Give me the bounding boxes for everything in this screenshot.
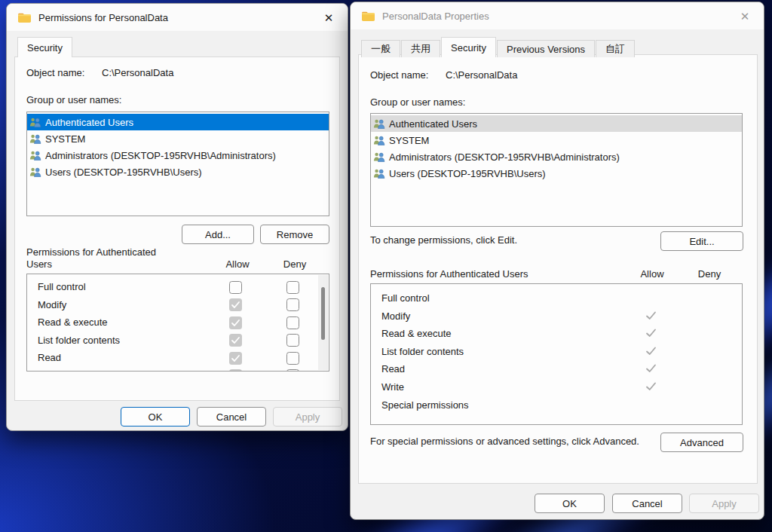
add-button[interactable]: Add...	[182, 225, 254, 244]
permission-name: Modify	[381, 310, 410, 322]
allow-cell	[634, 326, 667, 341]
deny-checkbox[interactable]	[286, 298, 299, 311]
remove-button[interactable]: Remove	[260, 225, 329, 244]
tab-一般[interactable]: 一般	[361, 40, 400, 57]
allow-checkbox[interactable]	[229, 281, 242, 294]
permission-name: Read	[38, 352, 61, 363]
group-list-item[interactable]: SYSTEM	[27, 130, 329, 147]
deny-checkbox[interactable]	[286, 352, 299, 365]
group-list-item[interactable]: Users (DESKTOP-195RVHB\Users)	[27, 164, 329, 180]
deny-cell	[276, 333, 309, 348]
group-list-item[interactable]: Authenticated Users	[371, 115, 742, 132]
group-list-item[interactable]: Authenticated Users	[27, 114, 329, 130]
allow-cell	[219, 298, 252, 313]
deny-checkbox[interactable]	[286, 281, 299, 294]
allow-column-header: Allow	[221, 258, 254, 270]
allow-checkbox	[229, 352, 242, 365]
object-name-value: C:\PersonalData	[446, 69, 517, 81]
deny-cell	[691, 344, 725, 359]
allow-checkbox	[229, 298, 242, 311]
allow-cell	[634, 398, 667, 413]
deny-checkbox[interactable]	[286, 334, 299, 347]
edit-button[interactable]: Edit...	[660, 231, 743, 251]
tab-previous-versions[interactable]: Previous Versions	[497, 40, 595, 57]
permission-row: List folder contents	[27, 332, 329, 350]
ok-button[interactable]: OK	[121, 407, 190, 427]
permission-row: Modify	[371, 307, 742, 326]
deny-cell	[691, 398, 725, 413]
deny-cell	[276, 368, 309, 371]
group-name: SYSTEM	[389, 135, 429, 146]
permission-name: Read & execute	[381, 328, 452, 339]
titlebar[interactable]: PersonalData Properties	[351, 2, 764, 29]
ok-button[interactable]: OK	[535, 494, 605, 513]
cancel-button[interactable]: Cancel	[197, 407, 266, 427]
permissions-for-label: Permissions for Authenticated Users	[26, 246, 173, 271]
object-name-row: Object name: C:\PersonalData	[26, 67, 329, 78]
scrollbar[interactable]	[318, 275, 328, 370]
checkmark-icon	[645, 326, 657, 341]
advanced-button[interactable]: Advanced	[660, 433, 743, 452]
tab-自訂[interactable]: 自訂	[596, 40, 635, 57]
permission-name: Full control	[381, 292, 430, 304]
allow-cell	[219, 350, 252, 365]
group-name: Administrators (DESKTOP-195RVHB\Administ…	[45, 150, 276, 161]
allow-cell	[634, 309, 667, 324]
permission-row: Modify	[27, 296, 329, 314]
permission-row: Read & execute	[27, 313, 329, 332]
group-users-icon	[29, 118, 41, 127]
permission-name: Special permissions	[381, 399, 469, 411]
deny-cell	[691, 380, 725, 395]
permissions-list: Full controlModifyRead & executeList fol…	[370, 283, 743, 425]
allow-cell	[634, 344, 667, 359]
tab-security[interactable]: Security	[17, 37, 72, 57]
allow-cell	[219, 333, 252, 348]
deny-cell	[276, 315, 309, 330]
tab-共用[interactable]: 共用	[401, 40, 440, 57]
group-list-label: Group or user names:	[26, 94, 121, 105]
deny-cell	[276, 298, 309, 313]
cancel-button[interactable]: Cancel	[612, 494, 682, 513]
group-list-item[interactable]: Users (DESKTOP-195RVHB\Users)	[371, 165, 742, 182]
group-name: Authenticated Users	[45, 117, 133, 128]
close-icon[interactable]: ✕	[320, 10, 338, 26]
group-list-label: Group or user names:	[370, 96, 465, 108]
group-name: Users (DESKTOP-195RVHB\Users)	[389, 168, 546, 179]
group-user-list: Authenticated UsersSYSTEMAdministrators …	[370, 113, 743, 227]
permissions-for-label: Permissions for Authenticated Users	[370, 268, 528, 280]
tab-security[interactable]: Security	[441, 37, 496, 57]
titlebar[interactable]: Permissions for PersonalData	[7, 4, 348, 31]
edit-hint: To change permissions, click Edit.	[370, 234, 517, 246]
checkmark-icon	[645, 309, 657, 324]
allow-cell	[634, 380, 667, 395]
folder-icon	[17, 12, 32, 23]
allow-checkbox	[229, 369, 242, 371]
permissions-dialog: Permissions for PersonalData ✕ Security …	[6, 3, 348, 431]
tab-strip: Security	[17, 37, 73, 57]
permission-row: Full control	[371, 289, 742, 307]
group-users-icon	[29, 167, 41, 177]
group-name: Users (DESKTOP-195RVHB\Users)	[45, 167, 202, 178]
scrollbar-thumb[interactable]	[321, 287, 325, 340]
group-name: Authenticated Users	[389, 118, 477, 130]
group-users-icon	[373, 169, 385, 179]
permission-row: Special permissions	[371, 396, 742, 414]
permission-name: Full control	[38, 281, 86, 292]
permission-row	[27, 367, 329, 371]
object-name-row: Object name: C:\PersonalData	[370, 69, 743, 81]
deny-checkbox[interactable]	[286, 316, 299, 329]
group-list-item[interactable]: SYSTEM	[371, 132, 742, 148]
apply-button: Apply	[689, 494, 759, 513]
allow-cell	[634, 291, 667, 306]
object-name-label: Object name:	[370, 69, 446, 81]
group-list-item[interactable]: Administrators (DESKTOP-195RVHB\Administ…	[27, 147, 329, 164]
checkmark-icon	[645, 362, 657, 377]
permissions-list: Full controlModifyRead & executeList fol…	[26, 274, 329, 371]
permission-row: Full control	[27, 278, 329, 296]
deny-checkbox[interactable]	[286, 369, 299, 371]
group-name: Administrators (DESKTOP-195RVHB\Administ…	[389, 151, 620, 163]
close-icon[interactable]: ✕	[736, 8, 754, 25]
group-list-item[interactable]: Administrators (DESKTOP-195RVHB\Administ…	[371, 148, 742, 165]
deny-cell	[691, 326, 725, 341]
allow-cell	[219, 368, 252, 371]
